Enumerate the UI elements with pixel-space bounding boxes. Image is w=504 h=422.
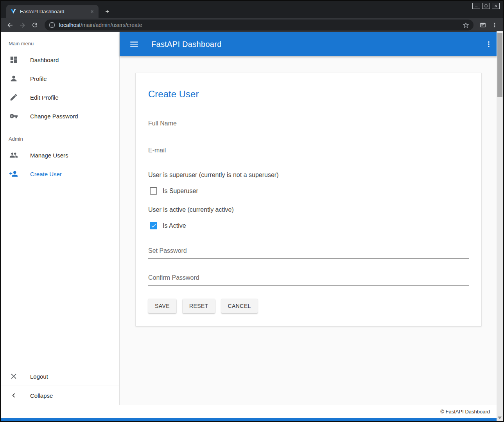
tab-title: FastAPI Dashboard: [20, 9, 89, 14]
sidebar-item-edit-profile[interactable]: Edit Profile: [1, 88, 119, 107]
sidebar-item-label: Profile: [30, 75, 47, 82]
sidebar-section-admin-label: Admin: [1, 131, 119, 146]
dashboard-icon: [9, 55, 18, 64]
back-icon[interactable]: [5, 20, 15, 30]
sidebar: Main menu Dashboard Profile: [1, 32, 120, 405]
minimize-button[interactable]: [472, 3, 480, 9]
footer-accent-strip: [1, 418, 503, 421]
browser-menu-icon[interactable]: [490, 20, 499, 30]
users-icon: [9, 151, 18, 159]
key-icon: [9, 112, 18, 120]
app-bar: FastAPI Dashboard: [120, 32, 503, 56]
is-active-checkbox[interactable]: Is Active: [150, 222, 469, 229]
spacer: [148, 241, 469, 245]
main-area: FastAPI Dashboard Create User User is su…: [120, 32, 503, 405]
checkbox-unchecked-icon: [150, 187, 157, 195]
is-superuser-checkbox[interactable]: Is Superuser: [150, 187, 469, 195]
maximize-button[interactable]: [482, 3, 490, 9]
sidebar-item-create-user[interactable]: Create User: [1, 165, 119, 183]
sidebar-item-label: Manage Users: [30, 152, 68, 159]
page-scrollbar[interactable]: [497, 31, 503, 421]
checkbox-checked-icon: [150, 222, 157, 229]
is-active-label: Is Active: [163, 222, 186, 229]
cancel-button[interactable]: CANCEL: [221, 299, 258, 313]
scrollbar-thumb[interactable]: [497, 33, 502, 97]
browser-window: FastAPI Dashboard: [0, 0, 504, 422]
appbar-title: FastAPI Dashboard: [151, 40, 222, 49]
page-body: Main menu Dashboard Profile: [1, 32, 503, 405]
browser-toolbar: localhost/main/admin/users/create: [1, 18, 503, 32]
set-password-input[interactable]: [148, 245, 469, 259]
page-footer: © FastAPI Dashboard: [1, 405, 503, 418]
pencil-icon: [9, 93, 18, 102]
sidebar-item-label: Logout: [30, 373, 48, 380]
url-text: localhost/main/admin/users/create: [59, 22, 462, 28]
scrollbar-down-arrow-icon[interactable]: [498, 417, 502, 419]
content-area: Create User User is superuser (currently…: [120, 56, 503, 405]
site-info-icon[interactable]: [48, 21, 56, 29]
page: Main menu Dashboard Profile: [1, 32, 503, 421]
sidebar-item-profile[interactable]: Profile: [1, 69, 119, 88]
logout-close-icon: [9, 372, 18, 381]
sidebar-item-dashboard[interactable]: Dashboard: [1, 50, 119, 69]
copyright-text: © FastAPI Dashboard: [440, 409, 490, 415]
extension-icon[interactable]: [478, 20, 488, 30]
sidebar-collapse-button[interactable]: Collapse: [1, 386, 119, 405]
sidebar-spacer: [1, 183, 119, 367]
new-tab-button[interactable]: [102, 6, 113, 17]
browser-titlebar: FastAPI Dashboard: [1, 1, 503, 18]
sidebar-item-label: Collapse: [30, 392, 53, 399]
full-name-input[interactable]: [148, 118, 469, 131]
confirm-password-input[interactable]: [148, 272, 469, 286]
sidebar-item-label: Create User: [30, 171, 62, 177]
url-path: /main/admin/users/create: [81, 22, 142, 28]
browser-tab[interactable]: FastAPI Dashboard: [6, 5, 99, 18]
user-plus-icon: [9, 170, 18, 178]
bookmark-star-icon[interactable]: [462, 21, 470, 29]
superuser-hint: User is superuser (currently is not a su…: [148, 172, 469, 179]
vuetify-logo-icon: [10, 8, 16, 14]
sidebar-item-manage-users[interactable]: Manage Users: [1, 146, 119, 165]
active-hint: User is active (currently active): [148, 206, 469, 213]
sidebar-item-label: Edit Profile: [30, 94, 59, 101]
reload-icon[interactable]: [30, 20, 40, 30]
appbar-overflow-menu-icon[interactable]: [484, 39, 494, 49]
chevron-left-icon: [9, 391, 18, 400]
hamburger-menu-icon[interactable]: [129, 39, 139, 49]
email-input[interactable]: [148, 145, 469, 158]
tab-close-icon[interactable]: [89, 8, 95, 15]
sidebar-item-logout[interactable]: Logout: [1, 367, 119, 386]
sidebar-item-label: Change Password: [30, 113, 78, 120]
close-button[interactable]: [492, 3, 500, 9]
page-title: Create User: [148, 89, 469, 100]
create-user-card: Create User User is superuser (currently…: [135, 73, 482, 327]
window-controls: [472, 3, 500, 9]
sidebar-item-change-password[interactable]: Change Password: [1, 107, 119, 125]
sidebar-divider: [1, 128, 119, 128]
reset-button[interactable]: RESET: [183, 299, 215, 313]
form-actions: SAVE RESET CANCEL: [148, 299, 469, 313]
sidebar-item-label: Dashboard: [30, 57, 59, 63]
is-superuser-label: Is Superuser: [163, 188, 198, 195]
forward-icon[interactable]: [17, 20, 27, 30]
sidebar-section-main-label: Main menu: [1, 35, 119, 50]
save-button[interactable]: SAVE: [148, 299, 176, 313]
url-host: localhost: [59, 22, 81, 28]
address-bar[interactable]: localhost/main/admin/users/create: [45, 20, 474, 30]
account-icon: [9, 74, 18, 83]
